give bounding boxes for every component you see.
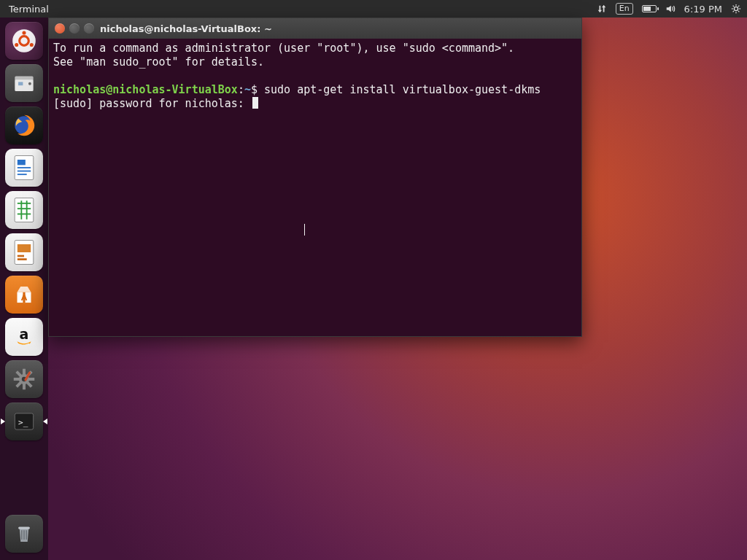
launcher-firefox[interactable] — [5, 106, 43, 144]
terminal-hint-line: See "man sudo_root" for details. — [53, 55, 264, 69]
launcher-trash[interactable] — [5, 515, 43, 553]
svg-point-12 — [15, 43, 18, 47]
svg-text:a: a — [20, 326, 29, 342]
language-badge: En — [616, 3, 633, 15]
svg-rect-46 — [18, 527, 30, 529]
gear-icon — [731, 4, 741, 14]
battery-indicator[interactable] — [642, 5, 657, 12]
svg-rect-24 — [15, 198, 34, 222]
files-icon — [10, 69, 38, 97]
network-icon — [597, 4, 607, 14]
svg-rect-16 — [18, 82, 23, 85]
launcher-impress[interactable] — [5, 233, 43, 271]
svg-point-11 — [22, 31, 26, 34]
calc-icon — [8, 194, 40, 226]
terminal-window: nicholas@nicholas-VirtualBox: ~ To run a… — [48, 18, 582, 337]
launcher-files[interactable] — [5, 64, 43, 102]
svg-rect-15 — [15, 79, 33, 91]
terminal-icon: >_ — [10, 408, 38, 435]
volume-icon — [665, 4, 676, 14]
launcher-software[interactable]: A — [5, 276, 43, 314]
network-indicator[interactable] — [597, 4, 607, 14]
window-controls — [55, 23, 94, 34]
prompt-separator: : — [238, 83, 244, 96]
impress-icon — [8, 236, 40, 268]
svg-line-8 — [738, 6, 739, 7]
amazon-icon: a — [10, 323, 38, 351]
launcher-writer[interactable] — [5, 149, 43, 187]
prompt-userhost: nicholas@nicholas-VirtualBox — [53, 83, 238, 96]
app-menu-title[interactable]: Terminal — [6, 4, 49, 15]
software-center-icon: A — [10, 281, 38, 308]
prompt-path: ~ — [244, 83, 251, 96]
svg-line-7 — [733, 11, 734, 12]
launcher-dash[interactable] — [5, 22, 43, 60]
text-caret-icon — [304, 224, 305, 236]
launcher-calc[interactable] — [5, 191, 43, 229]
firefox-icon — [10, 112, 38, 139]
clock-indicator[interactable]: 6:19 PM — [684, 4, 722, 15]
terminal-hint-line: To run a command as administrator (user … — [53, 42, 514, 55]
svg-rect-31 — [18, 244, 31, 252]
launcher-amazon[interactable]: a — [5, 318, 43, 356]
prompt-dollar: $ — [251, 83, 258, 96]
launcher-terminal[interactable]: >_ — [5, 402, 43, 440]
command-text: sudo apt-get install virtualbox-guest-dk… — [264, 83, 541, 96]
ubuntu-logo-icon — [10, 27, 38, 55]
launcher: A a >_ — [0, 18, 48, 560]
top-menubar: Terminal En 6:19 PM — [0, 0, 747, 18]
window-title: nicholas@nicholas-VirtualBox: ~ — [100, 23, 272, 34]
svg-text:A: A — [21, 293, 28, 303]
system-indicators: En 6:19 PM — [597, 3, 741, 15]
trash-icon — [10, 520, 38, 548]
svg-rect-20 — [18, 160, 26, 165]
svg-point-0 — [734, 7, 738, 10]
battery-icon — [642, 5, 657, 12]
window-close-button[interactable] — [55, 23, 65, 34]
keyboard-indicator[interactable]: En — [616, 3, 633, 15]
launcher-settings[interactable] — [5, 360, 43, 398]
svg-line-6 — [738, 11, 739, 12]
session-indicator[interactable] — [731, 4, 741, 14]
sound-indicator[interactable] — [665, 4, 676, 14]
writer-icon — [8, 152, 40, 184]
terminal-viewport[interactable]: To run a command as administrator (user … — [49, 39, 581, 336]
window-titlebar[interactable]: nicholas@nicholas-VirtualBox: ~ — [49, 18, 581, 39]
terminal-cursor — [252, 97, 258, 109]
window-minimize-button[interactable] — [69, 23, 80, 34]
svg-point-13 — [30, 43, 34, 47]
svg-rect-32 — [18, 255, 24, 257]
settings-icon — [10, 365, 38, 393]
svg-point-17 — [28, 82, 31, 85]
window-maximize-button[interactable] — [84, 23, 94, 34]
sudo-prompt: [sudo] password for nicholas: — [53, 97, 251, 110]
svg-line-5 — [733, 6, 734, 7]
svg-rect-33 — [18, 258, 27, 260]
svg-text:>_: >_ — [18, 418, 28, 427]
